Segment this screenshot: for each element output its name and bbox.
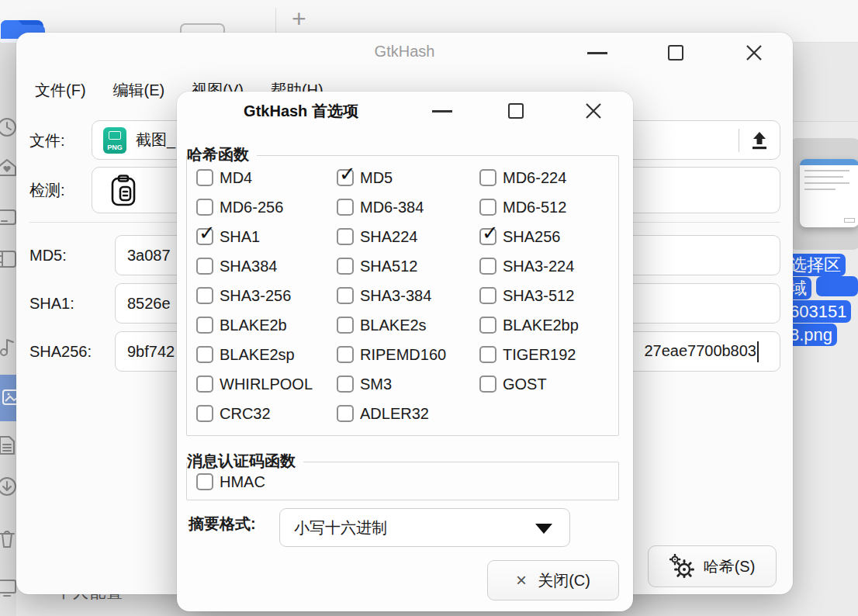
checkbox[interactable]: ✓ [196,228,213,245]
checkbox-label: BLAKE2s [360,317,427,334]
clipboard-icon [109,175,137,207]
computer-icon[interactable] [0,576,18,597]
checkbox[interactable]: ✓ [337,258,354,275]
clock-icon[interactable] [0,116,18,138]
checkbox[interactable]: ✓ [196,258,213,275]
checkbox[interactable]: ✓ [196,346,213,363]
checkbox-label: SHA3-256 [220,287,291,305]
checkbox[interactable]: ✓ [479,228,496,245]
hash-functions-frame: 哈希函数 ✓ MD4 ✓ MD5 ✓ MD6-224 [186,155,619,436]
file-name-line[interactable]: 603151 [785,300,851,323]
checkbox-label: SHA384 [220,258,278,275]
hash-button[interactable]: 哈希(S) [648,545,777,587]
checkbox[interactable]: ✓ [337,228,354,245]
dialog-close-action-button[interactable]: × 关闭(C) [487,560,619,600]
checkbox[interactable]: ✓ [479,258,496,275]
dialog-maximize-button[interactable] [508,103,524,119]
checkbox[interactable]: ✓ [337,317,354,334]
file-name-line-fragment[interactable] [816,276,858,296]
hash-function-option[interactable]: ✓ BLAKE2sp [196,346,337,364]
hash-function-option[interactable]: ✓ BLAKE2s [337,317,479,334]
mac-function-option[interactable]: ✓ HMAC [196,473,337,491]
checkbox[interactable]: ✓ [196,375,213,393]
hash-function-option[interactable]: ✓ BLAKE2bp [479,317,609,334]
checkbox[interactable]: ✓ [479,287,496,304]
hash-functions-legend: 哈希函数 [187,144,257,165]
hash-function-option[interactable]: ✓ ADLER32 [337,405,479,423]
new-tab-button[interactable]: + [292,5,306,33]
close-button[interactable] [746,44,763,64]
hash-function-option[interactable]: ✓ WHIRLPOOL [196,375,337,393]
file-name-line[interactable]: 选择区 [785,254,846,276]
checkbox[interactable]: ✓ [337,169,354,186]
hash-value-left: 9bf742 [127,343,175,361]
checkbox[interactable]: ✓ [337,405,354,422]
desktop-icon[interactable] [0,206,18,228]
minimize-button[interactable] [587,52,607,54]
close-x-icon: × [516,571,527,590]
file-name-line[interactable]: 8.png [785,324,837,346]
checkbox[interactable]: ✓ [196,473,213,490]
hash-function-option[interactable]: ✓ SHA1 [196,228,337,246]
menu-item[interactable]: 文件(F) [35,80,86,101]
checkbox[interactable]: ✓ [196,317,213,334]
checkbox[interactable]: ✓ [337,287,354,304]
dialog-close-button[interactable] [585,102,602,123]
hash-function-option[interactable]: ✓ CRC32 [196,405,337,423]
trash-icon[interactable] [0,528,18,550]
hash-function-option[interactable]: ✓ MD6-512 [479,199,609,216]
check-icon: ✓ [482,223,499,243]
checkbox[interactable]: ✓ [337,375,354,393]
checkbox-label: MD6-256 [220,199,283,216]
maximize-button[interactable] [668,45,683,61]
hash-function-option[interactable]: ✓ SHA3-384 [337,287,479,305]
home-favorites-icon[interactable] [0,157,18,178]
checkbox[interactable]: ✓ [479,169,496,186]
chevron-down-icon [535,524,552,534]
hash-function-option[interactable]: ✓ SHA3-256 [196,287,337,305]
checkbox[interactable]: ✓ [196,199,213,216]
hash-function-option[interactable]: ✓ MD6-224 [479,169,609,187]
checkbox[interactable]: ✓ [479,346,496,363]
hash-button-label: 哈希(S) [704,556,756,577]
hash-function-option[interactable]: ✓ SHA384 [196,258,337,275]
checkbox[interactable]: ✓ [479,375,496,393]
checkbox[interactable]: ✓ [479,317,496,334]
hash-function-option[interactable]: ✓ RIPEMD160 [337,346,479,364]
hash-function-option[interactable]: ✓ SM3 [337,375,479,393]
music-icon[interactable] [0,336,18,358]
desktop-file-thumbnail[interactable] [800,159,858,227]
menu-item[interactable]: 编辑(E) [113,80,165,101]
checkbox-label: CRC32 [220,405,271,423]
dialog-minimize-button[interactable] [432,110,452,112]
checkbox[interactable]: ✓ [337,346,354,363]
checkbox[interactable]: ✓ [196,287,213,304]
hash-function-option[interactable]: ✓ TIGER192 [479,346,609,364]
checkbox[interactable]: ✓ [479,199,496,216]
hash-function-option[interactable]: ✓ MD6-384 [337,199,479,216]
videos-icon[interactable] [0,248,18,270]
upload-button[interactable] [739,121,780,159]
hash-function-option[interactable]: ✓ GOST [479,375,609,393]
checkbox-label: SM3 [360,375,392,393]
checkbox-label: MD4 [220,169,252,187]
hash-function-option[interactable]: ✓ SHA224 [337,228,479,246]
documents-icon[interactable] [0,434,18,456]
hash-function-option[interactable]: ✓ SHA3-512 [479,287,609,305]
preferences-dialog: GtkHash 首选项 哈希函数 ✓ MD4 ✓ MD5 [177,92,633,611]
checkbox[interactable]: ✓ [337,199,354,216]
hash-function-option[interactable]: ✓ SHA3-224 [479,258,609,275]
hash-function-option[interactable]: ✓ MD6-256 [196,199,337,216]
hash-function-option[interactable]: ✓ SHA512 [337,258,479,275]
hash-function-option[interactable]: ✓ SHA256 [479,228,609,246]
hash-function-option[interactable]: ✓ MD5 [337,169,479,187]
checkbox-label: MD5 [360,169,393,187]
checkbox[interactable]: ✓ [196,405,213,422]
downloads-icon[interactable] [0,476,18,497]
hash-function-option[interactable]: ✓ BLAKE2b [196,317,337,334]
checkbox[interactable]: ✓ [196,169,213,186]
checkbox-label: SHA3-512 [503,287,574,305]
desktop-file-name[interactable]: 选择区域6031518.png [785,254,858,347]
digest-format-dropdown[interactable]: 小写十六进制 [279,508,570,547]
hash-function-option[interactable]: ✓ MD4 [196,169,337,187]
